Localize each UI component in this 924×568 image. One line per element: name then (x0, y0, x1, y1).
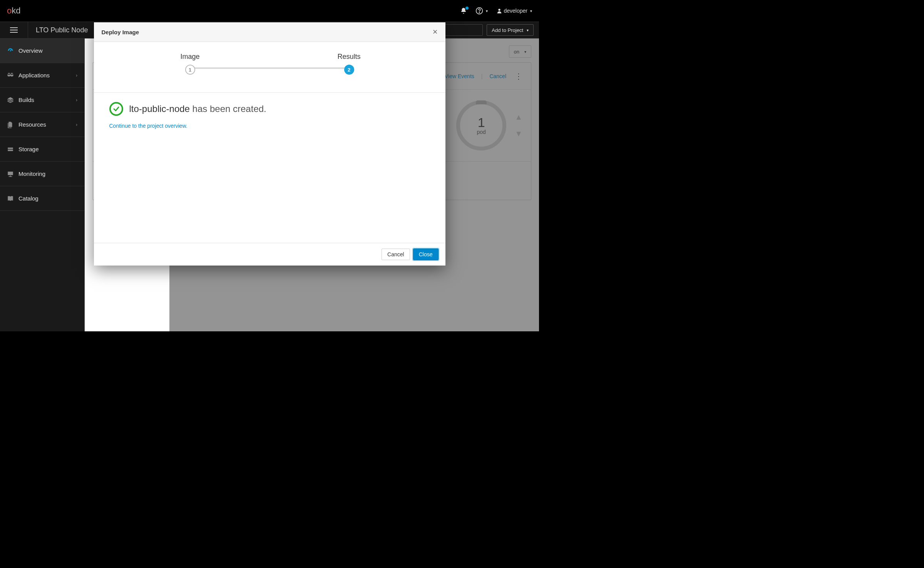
wizard-step-number: 1 (185, 65, 195, 75)
close-icon[interactable]: × (433, 28, 438, 36)
close-button[interactable]: Close (413, 249, 439, 260)
wizard-steps: Image 1 Results 2 (94, 42, 445, 93)
deploy-image-modal: Deploy Image × Image 1 Results 2 (94, 22, 445, 266)
success-check-icon (109, 102, 123, 116)
result-name: lto-public-node (129, 104, 190, 114)
wizard-step-results[interactable]: Results 2 (338, 53, 361, 75)
chevron-down-icon: ▾ (530, 9, 532, 13)
continue-to-overview-link[interactable]: Continue to the project overview. (109, 123, 187, 129)
brand-letters-kd: kd (12, 6, 20, 15)
notification-dot (465, 7, 469, 10)
brand-logo[interactable]: okd (7, 6, 21, 16)
user-menu[interactable]: developer ▾ (496, 8, 532, 14)
wizard-step-label: Image (180, 53, 199, 61)
modal-title: Deploy Image (102, 29, 139, 35)
chevron-down-icon: ▾ (486, 9, 488, 13)
wizard-step-label: Results (337, 53, 360, 61)
svg-point-1 (479, 12, 479, 13)
result-suffix: has been created. (190, 104, 266, 114)
top-navbar: okd ▾ developer ▾ (0, 0, 539, 22)
help-menu[interactable]: ▾ (475, 7, 488, 15)
cancel-button[interactable]: Cancel (382, 249, 410, 260)
wizard-step-number: 2 (344, 65, 354, 75)
wizard-step-image[interactable]: Image 1 (179, 53, 202, 75)
result-message: lto-public-node has been created. (129, 104, 266, 114)
notifications-bell-icon[interactable] (460, 7, 467, 14)
svg-point-2 (498, 9, 500, 11)
username-label: developer (504, 8, 528, 14)
brand-letter-o: o (7, 6, 12, 15)
